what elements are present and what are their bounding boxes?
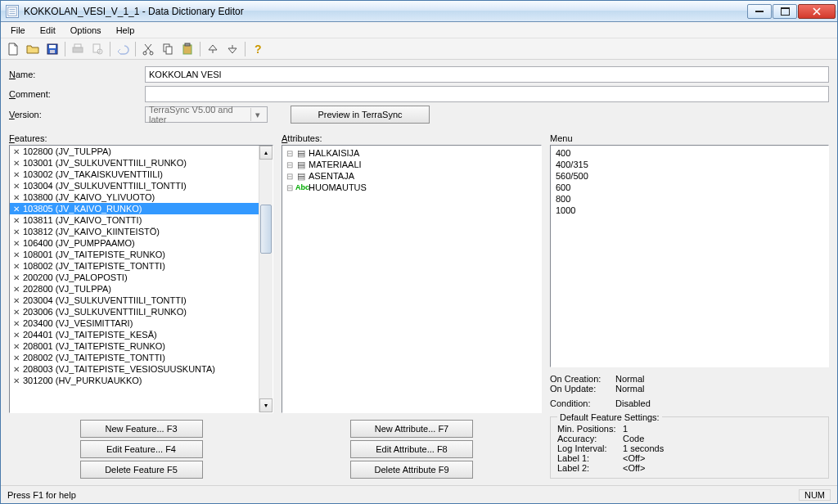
- feature-label: 103812 (JV_KAIVO_KIINTEISTÖ): [23, 227, 160, 236]
- move-down-icon[interactable]: [223, 40, 241, 58]
- feature-item[interactable]: ✕200200 (VJ_PALOPOSTI): [10, 272, 259, 283]
- version-value: TerraSync V5.00 and later: [149, 105, 250, 124]
- label1-value: <Off>: [623, 453, 645, 463]
- features-listbox[interactable]: ✕102800 (JV_TULPPA)✕103001 (JV_SULKUVENT…: [10, 146, 259, 412]
- delete-attribute-button[interactable]: Delete Attribute F9: [350, 461, 473, 479]
- edit-attribute-button[interactable]: Edit Attribute... F8: [350, 440, 473, 458]
- toolbar-separator: [245, 42, 246, 56]
- on-creation-label: On Creation:: [550, 374, 615, 384]
- close-button[interactable]: [798, 4, 836, 19]
- feature-item[interactable]: ✕208002 (VJ_TAITEPISTE_TONTTI): [10, 352, 259, 363]
- feature-label: 208002 (VJ_TAITEPISTE_TONTTI): [23, 353, 165, 362]
- attributes-label: Attributes:: [282, 132, 542, 145]
- feature-item[interactable]: ✕203006 (VJ_SULKUVENTTIILI_RUNKO): [10, 306, 259, 317]
- feature-item[interactable]: ✕103812 (JV_KAIVO_KIINTEISTÖ): [10, 226, 259, 237]
- print-preview-icon[interactable]: [88, 40, 106, 58]
- move-up-icon[interactable]: [204, 40, 222, 58]
- feature-item[interactable]: ✕103001 (JV_SULKUVENTTIILI_RUNKO): [10, 157, 259, 169]
- attribute-item[interactable]: ⊟▤ASENTAJA: [282, 170, 541, 182]
- feature-item[interactable]: ✕108002 (JV_TAITEPISTE_TONTTI): [10, 260, 259, 272]
- feature-item[interactable]: ✕102800 (JV_TULPPA): [10, 146, 259, 157]
- point-feature-icon: ✕: [13, 205, 20, 214]
- feature-item[interactable]: ✕202800 (VJ_TULPPA): [10, 283, 259, 295]
- point-feature-icon: ✕: [13, 159, 20, 168]
- menu-help[interactable]: Help: [110, 24, 142, 37]
- menu-value-item[interactable]: 600: [556, 182, 823, 193]
- feature-item[interactable]: ✕103800 (JV_KAIVO_YLIVUOTO): [10, 191, 259, 203]
- features-label: Features:: [9, 132, 273, 145]
- menu-value-item[interactable]: 1000: [556, 205, 823, 216]
- scroll-up-icon[interactable]: ▴: [259, 146, 273, 160]
- menubar: File Edit Options Help: [1, 22, 837, 38]
- version-dropdown[interactable]: TerraSync V5.00 and later ▾: [145, 106, 268, 123]
- name-input[interactable]: [145, 66, 829, 83]
- menu-values-label: Menu: [550, 132, 829, 145]
- minimize-button[interactable]: [747, 4, 772, 19]
- feature-item[interactable]: ✕108001 (JV_TAITEPISTE_RUNKO): [10, 249, 259, 260]
- feature-item[interactable]: ✕204401 (VJ_TAITEPISTE_KESÄ): [10, 329, 259, 340]
- menu-value-item[interactable]: 800: [556, 193, 823, 205]
- feature-item[interactable]: ✕208003 (VJ_TAITEPISTE_VESIOSUUSKUNTA): [10, 363, 259, 375]
- feature-item[interactable]: ✕203400 (VJ_VESIMITTARI): [10, 317, 259, 329]
- menu-value-item[interactable]: 400/315: [556, 159, 823, 170]
- help-icon[interactable]: ?: [249, 40, 267, 58]
- feature-label: 103004 (JV_SULKUVENTTIILI_TONTTI): [23, 181, 187, 191]
- print-icon[interactable]: [69, 40, 87, 58]
- menu-edit[interactable]: Edit: [34, 24, 62, 37]
- feature-item[interactable]: ✕203004 (VJ_SULKUVENTTIILI_TONTTI): [10, 295, 259, 306]
- attribute-item[interactable]: ⊟▤HALKAISIJA: [282, 147, 541, 159]
- maximize-button[interactable]: [773, 4, 797, 19]
- feature-label: 108001 (JV_TAITEPISTE_RUNKO): [23, 250, 165, 259]
- menu-value-item[interactable]: 560/500: [556, 170, 823, 182]
- point-feature-icon: ✕: [13, 182, 20, 191]
- new-file-icon[interactable]: [4, 40, 22, 58]
- menu-attribute-icon: ▤: [295, 148, 307, 159]
- preview-button[interactable]: Preview in TerraSync: [291, 106, 430, 124]
- cut-icon[interactable]: [139, 40, 157, 58]
- undo-icon[interactable]: [114, 40, 132, 58]
- feature-label: 103811 (JV_KAIVO_TONTTI): [23, 215, 142, 225]
- svg-rect-13: [185, 43, 190, 46]
- delete-feature-button[interactable]: Delete Feature F5: [80, 461, 203, 479]
- point-feature-icon: ✕: [13, 170, 20, 179]
- log-interval-value: 1 seconds: [623, 443, 664, 453]
- attributes-listbox[interactable]: ⊟▤HALKAISIJA⊟▤MATERIAALI⊟▤ASENTAJA⊟AbcHU…: [282, 147, 541, 193]
- point-feature-icon: ✕: [13, 250, 20, 259]
- new-feature-button[interactable]: New Feature... F3: [80, 420, 203, 438]
- scroll-down-icon[interactable]: ▾: [259, 398, 273, 412]
- copy-icon[interactable]: [159, 40, 177, 58]
- svg-rect-6: [93, 44, 100, 52]
- feature-item[interactable]: ✕103805 (JV_KAIVO_RUNKO): [10, 203, 259, 214]
- feature-item[interactable]: ✕301200 (HV_PURKUAUKKO): [10, 375, 259, 386]
- feature-item[interactable]: ✕103004 (JV_SULKUVENTTIILI_TONTTI): [10, 180, 259, 191]
- feature-label: 208001 (VJ_TAITEPISTE_RUNKO): [23, 341, 165, 351]
- new-attribute-button[interactable]: New Attribute... F7: [350, 420, 473, 438]
- feature-item[interactable]: ✕106400 (JV_PUMPPAAMO): [10, 237, 259, 249]
- point-feature-icon: ✕: [13, 319, 20, 328]
- comment-input[interactable]: [145, 86, 829, 102]
- point-feature-icon: ✕: [13, 193, 20, 202]
- point-feature-icon: ✕: [13, 262, 20, 271]
- feature-item[interactable]: ✕103811 (JV_KAIVO_TONTTI): [10, 214, 259, 226]
- menu-values-listbox[interactable]: 400400/315560/5006008001000: [550, 145, 829, 367]
- attribute-item[interactable]: ⊟▤MATERIAALI: [282, 159, 541, 170]
- label1-label: Label 1:: [557, 453, 623, 463]
- attribute-item[interactable]: ⊟AbcHUOMAUTUS: [282, 182, 541, 193]
- features-scrollbar[interactable]: ▴ ▾: [259, 146, 273, 412]
- menu-file[interactable]: File: [4, 24, 32, 37]
- menu-options[interactable]: Options: [64, 24, 108, 37]
- edit-feature-button[interactable]: Edit Feature... F4: [80, 440, 203, 458]
- open-file-icon[interactable]: [24, 40, 42, 58]
- default-settings-legend: Default Feature Settings:: [557, 412, 662, 422]
- paste-icon[interactable]: [178, 40, 196, 58]
- scroll-thumb[interactable]: [260, 205, 272, 254]
- point-feature-icon: ✕: [13, 353, 20, 362]
- feature-label: 103002 (JV_TAKAISKUVENTTIILI): [23, 169, 163, 179]
- save-icon[interactable]: [43, 40, 61, 58]
- on-update-value: Normal: [615, 384, 644, 394]
- point-feature-icon: ✕: [13, 285, 20, 294]
- menu-value-item[interactable]: 400: [556, 147, 823, 159]
- feature-item[interactable]: ✕208001 (VJ_TAITEPISTE_RUNKO): [10, 340, 259, 352]
- toolbar-separator: [200, 42, 200, 56]
- feature-item[interactable]: ✕103002 (JV_TAKAISKUVENTTIILI): [10, 169, 259, 180]
